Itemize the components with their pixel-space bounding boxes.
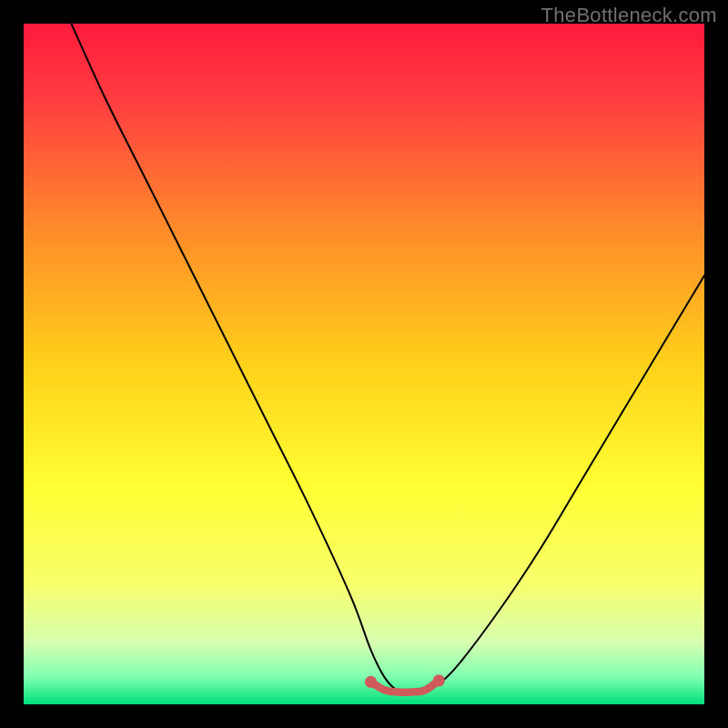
watermark-text: TheBottleneck.com — [541, 4, 717, 27]
marker-end-dot — [433, 674, 445, 686]
marker-start-dot — [365, 676, 377, 688]
chart-root: TheBottleneck.com — [0, 0, 728, 728]
gradient-background — [24, 24, 704, 704]
bottleneck-chart — [24, 24, 704, 704]
